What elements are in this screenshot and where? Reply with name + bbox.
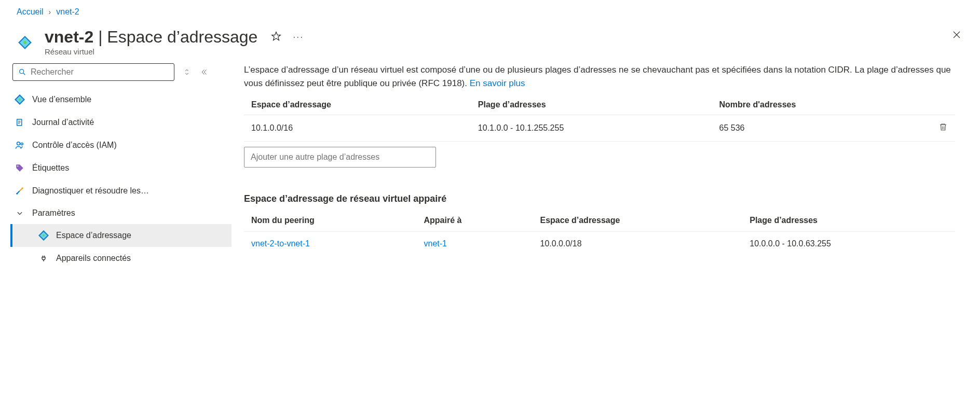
favorite-button[interactable]	[271, 31, 281, 43]
svg-line-4	[23, 73, 25, 75]
sidebar-item-address-space[interactable]: Espace d’adressage	[10, 224, 232, 247]
sidebar-item-connected-devices[interactable]: Appareils connectés	[10, 247, 232, 270]
description-text: L’espace d’adressage d’un réseau virtuel…	[244, 63, 955, 92]
cell-range: 10.1.0.0 - 10.1.255.255	[471, 115, 712, 142]
add-address-range-input[interactable]	[244, 147, 436, 168]
plug-icon	[38, 253, 49, 263]
search-input-wrapper[interactable]	[12, 63, 174, 81]
tag-icon	[15, 163, 25, 173]
svg-point-12	[17, 165, 18, 166]
sidebar-item-iam[interactable]: Contrôle d’accès (IAM)	[10, 134, 232, 157]
page-subtitle: Réseau virtuel	[45, 47, 257, 56]
sidebar-item-label: Diagnostiquer et résoudre les…	[32, 186, 149, 196]
sidebar-item-label: Vue d’ensemble	[32, 95, 91, 104]
table-header-address: Espace d’adressage	[244, 95, 471, 115]
tools-icon	[15, 186, 25, 196]
cell-peer-address: 10.0.0.0/18	[533, 232, 743, 256]
sidebar-group-settings[interactable]: Paramètres	[10, 202, 232, 224]
vnet-icon	[15, 94, 25, 105]
table-row: 10.1.0.0/16 10.1.0.0 - 10.1.255.255 65 5…	[244, 115, 955, 142]
table-header-peered-to: Appairé à	[416, 210, 533, 232]
peered-table: Nom du peering Appairé à Espace d’adress…	[244, 210, 955, 256]
sidebar-item-activity-log[interactable]: Journal d’activité	[10, 111, 232, 134]
peered-section-title: Espace d’adressage de réseau virtuel app…	[244, 193, 955, 204]
table-header-peering-name: Nom du peering	[244, 210, 416, 232]
delete-row-button[interactable]	[938, 124, 948, 133]
table-row: vnet-2-to-vnet-1 vnet-1 10.0.0.0/18 10.0…	[244, 232, 955, 256]
svg-point-10	[17, 142, 20, 145]
table-header-peer-range: Plage d’adresses	[742, 210, 955, 232]
sidebar-item-label: Espace d’adressage	[56, 231, 131, 240]
svg-rect-8	[18, 122, 21, 122]
svg-rect-7	[18, 121, 21, 121]
learn-more-link[interactable]: En savoir plus	[470, 78, 525, 88]
log-icon	[15, 117, 25, 128]
sidebar-group-label: Paramètres	[32, 208, 75, 218]
sidebar-item-tags[interactable]: Étiquettes	[10, 157, 232, 179]
search-input[interactable]	[31, 67, 169, 77]
table-header-range: Plage d’adresses	[471, 95, 712, 115]
sidebar-item-label: Journal d’activité	[32, 118, 94, 127]
vnet-icon	[38, 230, 49, 241]
cell-address: 10.1.0.0/16	[244, 115, 471, 142]
page-header: vnet-2 | Espace d’adressage Réseau virtu…	[10, 19, 970, 61]
page-title: vnet-2 | Espace d’adressage	[45, 28, 257, 46]
chevron-down-icon	[15, 208, 25, 218]
svg-point-14	[22, 187, 23, 189]
breadcrumb: Accueil › vnet-2	[10, 0, 970, 19]
more-button[interactable]: ···	[293, 32, 304, 43]
sidebar-item-label: Contrôle d’accès (IAM)	[32, 141, 117, 150]
breadcrumb-current[interactable]: vnet-2	[56, 7, 79, 17]
sidebar-item-label: Étiquettes	[32, 163, 69, 173]
address-space-table: Espace d’adressage Plage d’adresses Nomb…	[244, 95, 955, 142]
svg-marker-0	[272, 32, 281, 40]
svg-point-3	[20, 70, 24, 74]
search-icon	[18, 68, 26, 76]
table-header-peer-address: Espace d’adressage	[533, 210, 743, 232]
close-button[interactable]	[947, 28, 967, 44]
peered-to-link[interactable]: vnet-1	[424, 239, 446, 248]
people-icon	[15, 140, 25, 150]
table-header-count: Nombre d'adresses	[712, 95, 931, 115]
collapse-sidebar-icon[interactable]	[199, 68, 208, 76]
expand-icon[interactable]	[183, 68, 191, 76]
svg-rect-9	[18, 123, 20, 124]
cell-count: 65 536	[712, 115, 931, 142]
sidebar-item-label: Appareils connectés	[56, 254, 131, 263]
svg-point-11	[21, 143, 23, 145]
sidebar: Vue d’ensemble Journal d’activité Contrô…	[10, 61, 234, 270]
sidebar-item-overview[interactable]: Vue d’ensemble	[10, 88, 232, 111]
cell-peer-range: 10.0.0.0 - 10.0.63.255	[742, 232, 955, 256]
main-content: L’espace d’adressage d’un réseau virtuel…	[234, 61, 960, 266]
peering-name-link[interactable]: vnet-2-to-vnet-1	[251, 239, 310, 248]
sidebar-item-diagnose[interactable]: Diagnostiquer et résoudre les…	[10, 179, 232, 202]
chevron-right-icon: ›	[49, 8, 51, 16]
vnet-icon	[13, 31, 36, 54]
svg-point-13	[16, 193, 18, 194]
breadcrumb-home[interactable]: Accueil	[17, 7, 44, 17]
